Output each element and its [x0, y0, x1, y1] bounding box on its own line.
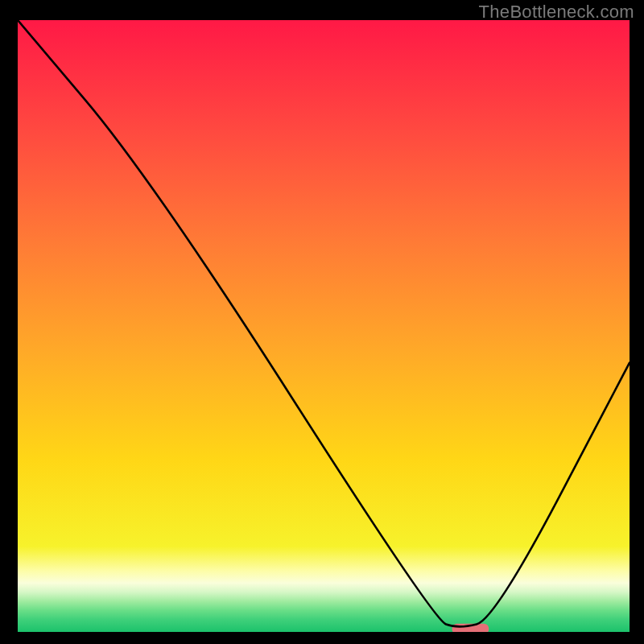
chart-svg — [18, 20, 630, 632]
watermark-text: TheBottleneck.com — [479, 2, 634, 23]
chart-frame: TheBottleneck.com — [0, 0, 644, 644]
plot-area — [18, 20, 630, 632]
gradient-background — [18, 20, 630, 632]
